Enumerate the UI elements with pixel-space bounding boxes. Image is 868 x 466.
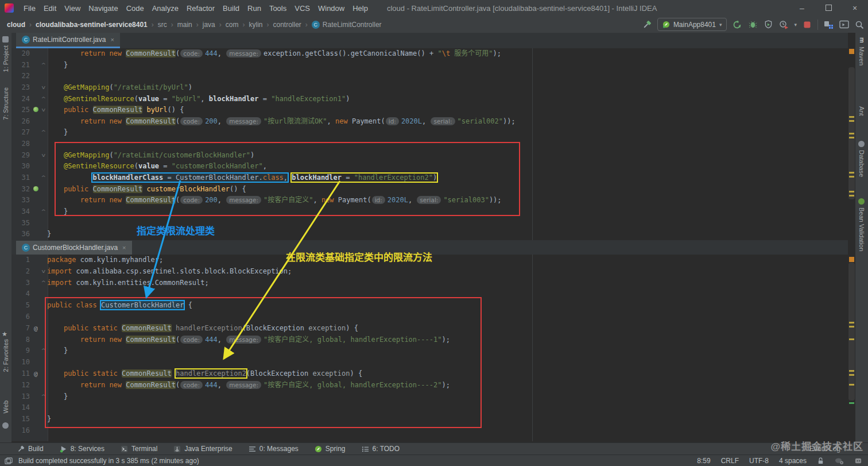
menu-vcs[interactable]: VCS bbox=[290, 4, 314, 13]
code-text[interactable]: } bbox=[47, 415, 51, 423]
line-number[interactable]: 32 bbox=[11, 184, 32, 195]
gutter-icons[interactable]: ^ bbox=[32, 278, 47, 289]
tool-window-maven[interactable]: Maven bbox=[858, 47, 865, 66]
scrollbar-thumb[interactable] bbox=[848, 263, 855, 400]
breadcrumb-module[interactable]: cloudalibaba-sentinel-service8401 bbox=[36, 21, 148, 29]
line-number[interactable]: 13 bbox=[11, 391, 32, 403]
line-separator[interactable]: CRLF bbox=[721, 457, 739, 465]
fold-collapse-icon[interactable]: ^ bbox=[41, 206, 45, 218]
code-text[interactable]: } bbox=[47, 346, 68, 355]
close-button[interactable]: × bbox=[842, 0, 868, 16]
tool-window-project[interactable]: 1: Project bbox=[2, 45, 9, 72]
run-button[interactable] bbox=[732, 20, 742, 30]
tab-close-icon[interactable]: × bbox=[110, 36, 114, 43]
gutter-icons[interactable]: ^ bbox=[32, 172, 47, 184]
menu-help[interactable]: Help bbox=[348, 4, 372, 13]
gutter-icons[interactable]: ^ bbox=[32, 94, 47, 105]
line-number[interactable]: 12 bbox=[11, 380, 32, 391]
menu-tools[interactable]: Tools bbox=[265, 4, 290, 13]
gutter-icons[interactable]: ^ bbox=[32, 345, 47, 357]
line-number[interactable]: 31 bbox=[11, 172, 32, 184]
fold-expand-icon[interactable]: v bbox=[41, 105, 45, 116]
breadcrumb-class[interactable]: RateLimitController bbox=[323, 21, 382, 29]
stripe-mark[interactable] bbox=[849, 374, 854, 376]
tab-ratelimitcontroller[interactable]: C RateLimitController.java × bbox=[16, 33, 120, 48]
code-line[interactable]: 29v @GetMapping("/rateLimit/customerBloc… bbox=[11, 150, 848, 161]
build-hammer-icon[interactable] bbox=[642, 20, 652, 30]
tool-window-structure[interactable]: 7: Structure bbox=[2, 87, 9, 120]
code-text[interactable]: @GetMapping("/rateLimit/customerBlockHan… bbox=[47, 151, 254, 159]
code-line[interactable]: 20 return new CommonResult(code:444, mes… bbox=[11, 48, 848, 60]
tool-window-java-enterprise[interactable]: Java Enterprise bbox=[173, 445, 232, 453]
code-text[interactable]: return new CommonResult(code:200, messag… bbox=[47, 117, 516, 125]
line-number[interactable]: 26 bbox=[11, 116, 32, 128]
line-number[interactable]: 25 bbox=[11, 105, 32, 116]
tab-customerblockhandler[interactable]: C CustomerBlockHandler.java × bbox=[16, 241, 132, 255]
code-text[interactable]: } bbox=[47, 207, 68, 215]
tab-close-icon[interactable]: × bbox=[122, 244, 126, 251]
code-text[interactable]: import com.kylin.entities.CommonResult; bbox=[47, 279, 209, 287]
tool-window-todo[interactable]: 6: TODO bbox=[362, 445, 400, 453]
run-anything-window-icon[interactable] bbox=[839, 20, 849, 30]
file-encoding[interactable]: UTF-8 bbox=[749, 457, 769, 465]
stripe-mark[interactable] bbox=[849, 172, 854, 174]
code-line[interactable]: 26 return new CommonResult(code:200, mes… bbox=[11, 116, 848, 128]
gutter-icons[interactable]: v bbox=[32, 82, 47, 94]
project-structure-icon[interactable] bbox=[823, 20, 834, 30]
fold-collapse-icon[interactable]: ^ bbox=[41, 60, 45, 71]
editor-customerblockhandler[interactable]: 1package com.kylin.myhandler;2vimport co… bbox=[11, 255, 848, 441]
profiler-button[interactable] bbox=[778, 20, 789, 30]
stop-button[interactable] bbox=[802, 20, 812, 30]
breadcrumb-main[interactable]: main bbox=[177, 21, 192, 29]
gutter-icons[interactable] bbox=[32, 184, 47, 195]
menu-window[interactable]: Window bbox=[314, 4, 348, 13]
breadcrumb-java[interactable]: java bbox=[203, 21, 215, 29]
breadcrumb-kylin[interactable]: kylin bbox=[249, 21, 262, 29]
code-line[interactable]: 6 bbox=[11, 311, 848, 323]
breadcrumb-cloud[interactable]: cloud bbox=[7, 21, 25, 29]
gutter-icons[interactable]: ^ bbox=[32, 127, 47, 138]
line-number[interactable]: 24 bbox=[11, 94, 32, 105]
tool-window-build[interactable]: Build bbox=[17, 445, 44, 453]
breadcrumb-controller[interactable]: controller bbox=[273, 21, 301, 29]
code-line[interactable]: 16 bbox=[11, 425, 848, 437]
line-number[interactable]: 14 bbox=[11, 402, 32, 414]
line-number[interactable]: 22 bbox=[11, 71, 32, 82]
run-with-coverage-button[interactable] bbox=[763, 20, 773, 30]
annotation-gutter-icon[interactable]: @ bbox=[34, 370, 38, 378]
annotation-gutter-icon[interactable]: @ bbox=[34, 325, 38, 332]
menu-refactor[interactable]: Refactor bbox=[183, 4, 219, 13]
gutter-icons[interactable]: ^ bbox=[32, 60, 47, 71]
code-line[interactable]: 13^ } bbox=[11, 391, 848, 403]
breadcrumb-src[interactable]: src bbox=[158, 21, 167, 29]
code-line[interactable]: 22 bbox=[11, 71, 848, 82]
gutter-icons[interactable]: ^ bbox=[32, 206, 47, 218]
code-text[interactable]: public static CommonResult handlerExcept… bbox=[47, 324, 358, 332]
line-number[interactable]: 16 bbox=[11, 425, 32, 437]
code-line[interactable]: 25v public CommonResult byUrl() { bbox=[11, 105, 848, 116]
code-text[interactable]: @SentinelResource(value = "byUrl", block… bbox=[47, 95, 350, 103]
code-line[interactable]: 21^ } bbox=[11, 60, 848, 71]
readonly-lock-icon[interactable] bbox=[817, 457, 824, 465]
code-text[interactable]: } bbox=[47, 128, 68, 136]
stripe-mark[interactable] bbox=[849, 257, 854, 262]
menu-view[interactable]: View bbox=[60, 4, 84, 13]
line-number[interactable]: 11 bbox=[11, 368, 32, 380]
gutter-icons[interactable]: v bbox=[32, 266, 47, 278]
line-number[interactable]: 20 bbox=[11, 48, 32, 60]
code-text[interactable]: return new CommonResult(code:444, messag… bbox=[47, 336, 450, 344]
fold-collapse-icon[interactable]: ^ bbox=[41, 391, 45, 403]
code-line[interactable]: 8 return new CommonResult(code:444, mess… bbox=[11, 334, 848, 346]
line-number[interactable]: 21 bbox=[11, 60, 32, 71]
menu-file[interactable]: File bbox=[20, 4, 40, 13]
fold-collapse-icon[interactable]: ^ bbox=[41, 94, 45, 105]
breadcrumb-com[interactable]: com bbox=[226, 21, 239, 29]
maximize-button[interactable] bbox=[815, 0, 842, 16]
menu-code[interactable]: Code bbox=[122, 4, 148, 13]
line-number[interactable]: 2 bbox=[11, 266, 32, 278]
code-line[interactable]: 2vimport com.alibaba.csp.sentinel.slots.… bbox=[11, 266, 848, 278]
gutter-icons[interactable]: @ bbox=[32, 368, 47, 380]
code-line[interactable]: 15} bbox=[11, 414, 848, 425]
line-number[interactable]: 27 bbox=[11, 127, 32, 138]
tool-window-services[interactable]: 8: Services bbox=[60, 445, 104, 453]
